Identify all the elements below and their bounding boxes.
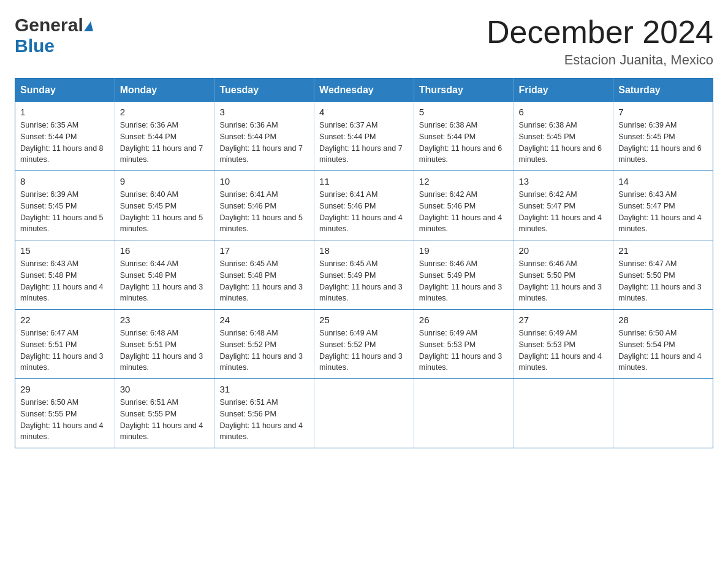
- column-header-thursday: Thursday: [414, 79, 514, 102]
- table-row: 11Sunrise: 6:41 AM Sunset: 5:46 PM Dayli…: [314, 171, 414, 240]
- day-info: Sunrise: 6:48 AM Sunset: 5:51 PM Dayligh…: [120, 327, 210, 373]
- calendar-week-row: 22Sunrise: 6:47 AM Sunset: 5:51 PM Dayli…: [15, 310, 713, 379]
- table-row: 26Sunrise: 6:49 AM Sunset: 5:53 PM Dayli…: [414, 310, 514, 379]
- day-info: Sunrise: 6:45 AM Sunset: 5:49 PM Dayligh…: [319, 258, 409, 304]
- table-row: 13Sunrise: 6:42 AM Sunset: 5:47 PM Dayli…: [514, 171, 613, 240]
- day-number: 6: [519, 107, 609, 117]
- table-row: 29Sunrise: 6:50 AM Sunset: 5:55 PM Dayli…: [15, 379, 115, 448]
- day-info: Sunrise: 6:50 AM Sunset: 5:55 PM Dayligh…: [20, 397, 110, 443]
- day-info: Sunrise: 6:46 AM Sunset: 5:50 PM Dayligh…: [519, 258, 609, 304]
- day-number: 5: [419, 107, 509, 117]
- table-row: 4Sunrise: 6:37 AM Sunset: 5:44 PM Daylig…: [314, 102, 414, 171]
- table-row: 12Sunrise: 6:42 AM Sunset: 5:46 PM Dayli…: [414, 171, 514, 240]
- column-header-friday: Friday: [514, 79, 613, 102]
- logo-triangle-icon: [84, 21, 93, 31]
- day-number: 21: [618, 245, 708, 256]
- table-row: 7Sunrise: 6:39 AM Sunset: 5:45 PM Daylig…: [613, 102, 713, 171]
- table-row: 28Sunrise: 6:50 AM Sunset: 5:54 PM Dayli…: [613, 310, 713, 379]
- table-row: 3Sunrise: 6:36 AM Sunset: 5:44 PM Daylig…: [214, 102, 314, 171]
- table-row: 9Sunrise: 6:40 AM Sunset: 5:45 PM Daylig…: [115, 171, 214, 240]
- day-info: Sunrise: 6:37 AM Sunset: 5:44 PM Dayligh…: [319, 120, 409, 166]
- day-number: 24: [219, 315, 309, 325]
- day-number: 11: [319, 176, 409, 186]
- day-info: Sunrise: 6:49 AM Sunset: 5:52 PM Dayligh…: [319, 327, 409, 373]
- day-info: Sunrise: 6:39 AM Sunset: 5:45 PM Dayligh…: [618, 120, 708, 166]
- day-number: 13: [519, 176, 609, 186]
- day-number: 1: [20, 107, 110, 117]
- logo: General Blue: [15, 15, 93, 56]
- day-info: Sunrise: 6:45 AM Sunset: 5:48 PM Dayligh…: [219, 258, 309, 304]
- table-row: 16Sunrise: 6:44 AM Sunset: 5:48 PM Dayli…: [115, 240, 214, 310]
- location-subtitle: Estacion Juanita, Mexico: [487, 52, 713, 68]
- calendar-week-row: 1Sunrise: 6:35 AM Sunset: 5:44 PM Daylig…: [15, 102, 713, 171]
- day-number: 15: [20, 245, 110, 256]
- day-number: 28: [618, 315, 708, 325]
- table-row: 31Sunrise: 6:51 AM Sunset: 5:56 PM Dayli…: [214, 379, 314, 448]
- day-number: 16: [120, 245, 210, 256]
- day-number: 23: [120, 315, 210, 325]
- day-info: Sunrise: 6:48 AM Sunset: 5:52 PM Dayligh…: [219, 327, 309, 373]
- table-row: 19Sunrise: 6:46 AM Sunset: 5:49 PM Dayli…: [414, 240, 514, 310]
- day-number: 8: [20, 176, 110, 186]
- calendar-table: SundayMondayTuesdayWednesdayThursdayFrid…: [15, 78, 713, 448]
- table-row: 24Sunrise: 6:48 AM Sunset: 5:52 PM Dayli…: [214, 310, 314, 379]
- table-row: [613, 379, 713, 448]
- table-row: [514, 379, 613, 448]
- day-info: Sunrise: 6:47 AM Sunset: 5:50 PM Dayligh…: [618, 258, 708, 304]
- day-number: 10: [219, 176, 309, 186]
- day-info: Sunrise: 6:41 AM Sunset: 5:46 PM Dayligh…: [319, 189, 409, 235]
- day-info: Sunrise: 6:39 AM Sunset: 5:45 PM Dayligh…: [20, 189, 110, 235]
- table-row: 27Sunrise: 6:49 AM Sunset: 5:53 PM Dayli…: [514, 310, 613, 379]
- logo-blue-text: Blue: [15, 36, 55, 56]
- day-info: Sunrise: 6:51 AM Sunset: 5:55 PM Dayligh…: [120, 397, 210, 443]
- column-header-monday: Monday: [115, 79, 214, 102]
- table-row: 5Sunrise: 6:38 AM Sunset: 5:44 PM Daylig…: [414, 102, 514, 171]
- day-info: Sunrise: 6:47 AM Sunset: 5:51 PM Dayligh…: [20, 327, 110, 373]
- table-row: 17Sunrise: 6:45 AM Sunset: 5:48 PM Dayli…: [214, 240, 314, 310]
- day-info: Sunrise: 6:51 AM Sunset: 5:56 PM Dayligh…: [219, 397, 309, 443]
- day-number: 31: [219, 384, 309, 394]
- day-info: Sunrise: 6:38 AM Sunset: 5:44 PM Dayligh…: [419, 120, 509, 166]
- table-row: 23Sunrise: 6:48 AM Sunset: 5:51 PM Dayli…: [115, 310, 214, 379]
- table-row: 25Sunrise: 6:49 AM Sunset: 5:52 PM Dayli…: [314, 310, 414, 379]
- day-info: Sunrise: 6:40 AM Sunset: 5:45 PM Dayligh…: [120, 189, 210, 235]
- day-number: 22: [20, 315, 110, 325]
- day-number: 17: [219, 245, 309, 256]
- column-header-wednesday: Wednesday: [314, 79, 414, 102]
- day-number: 29: [20, 384, 110, 394]
- logo-general-text: General: [15, 15, 83, 36]
- day-info: Sunrise: 6:49 AM Sunset: 5:53 PM Dayligh…: [419, 327, 509, 373]
- table-row: [314, 379, 414, 448]
- day-number: 25: [319, 315, 409, 325]
- day-info: Sunrise: 6:49 AM Sunset: 5:53 PM Dayligh…: [519, 327, 609, 373]
- calendar-header-row: SundayMondayTuesdayWednesdayThursdayFrid…: [15, 79, 713, 102]
- day-info: Sunrise: 6:46 AM Sunset: 5:49 PM Dayligh…: [419, 258, 509, 304]
- day-info: Sunrise: 6:42 AM Sunset: 5:46 PM Dayligh…: [419, 189, 509, 235]
- day-info: Sunrise: 6:42 AM Sunset: 5:47 PM Dayligh…: [519, 189, 609, 235]
- day-number: 12: [419, 176, 509, 186]
- table-row: 18Sunrise: 6:45 AM Sunset: 5:49 PM Dayli…: [314, 240, 414, 310]
- page-header: General Blue December 2024 Estacion Juan…: [15, 15, 713, 68]
- day-info: Sunrise: 6:50 AM Sunset: 5:54 PM Dayligh…: [618, 327, 708, 373]
- day-number: 2: [120, 107, 210, 117]
- table-row: 22Sunrise: 6:47 AM Sunset: 5:51 PM Dayli…: [15, 310, 115, 379]
- day-info: Sunrise: 6:38 AM Sunset: 5:45 PM Dayligh…: [519, 120, 609, 166]
- day-number: 20: [519, 245, 609, 256]
- column-header-saturday: Saturday: [613, 79, 713, 102]
- day-info: Sunrise: 6:36 AM Sunset: 5:44 PM Dayligh…: [120, 120, 210, 166]
- day-number: 27: [519, 315, 609, 325]
- calendar-week-row: 8Sunrise: 6:39 AM Sunset: 5:45 PM Daylig…: [15, 171, 713, 240]
- day-info: Sunrise: 6:44 AM Sunset: 5:48 PM Dayligh…: [120, 258, 210, 304]
- table-row: 10Sunrise: 6:41 AM Sunset: 5:46 PM Dayli…: [214, 171, 314, 240]
- day-number: 4: [319, 107, 409, 117]
- title-block: December 2024 Estacion Juanita, Mexico: [487, 15, 713, 68]
- table-row: [414, 379, 514, 448]
- column-header-tuesday: Tuesday: [214, 79, 314, 102]
- day-info: Sunrise: 6:43 AM Sunset: 5:47 PM Dayligh…: [618, 189, 708, 235]
- table-row: 15Sunrise: 6:43 AM Sunset: 5:48 PM Dayli…: [15, 240, 115, 310]
- table-row: 6Sunrise: 6:38 AM Sunset: 5:45 PM Daylig…: [514, 102, 613, 171]
- calendar-week-row: 15Sunrise: 6:43 AM Sunset: 5:48 PM Dayli…: [15, 240, 713, 310]
- day-number: 26: [419, 315, 509, 325]
- day-number: 19: [419, 245, 509, 256]
- table-row: 2Sunrise: 6:36 AM Sunset: 5:44 PM Daylig…: [115, 102, 214, 171]
